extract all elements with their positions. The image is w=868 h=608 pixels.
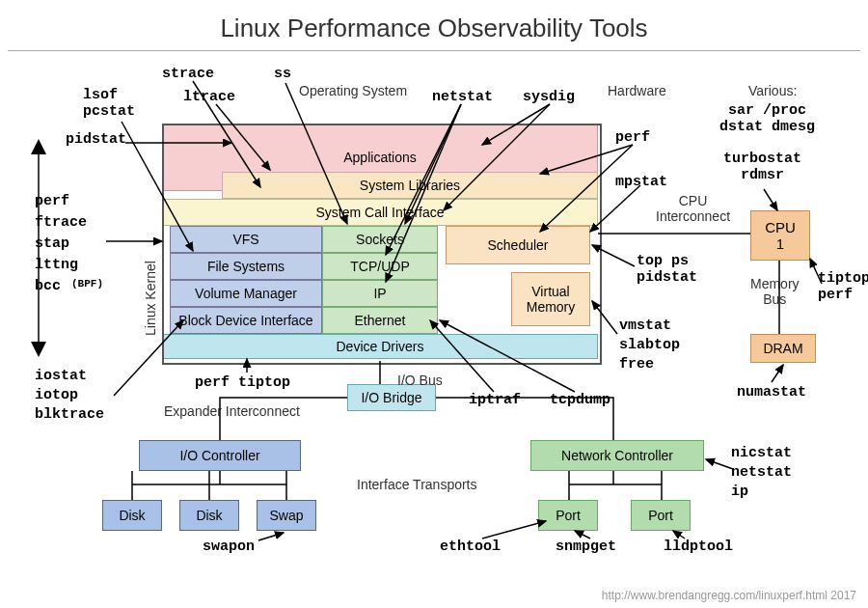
- arrows: [0, 0, 868, 608]
